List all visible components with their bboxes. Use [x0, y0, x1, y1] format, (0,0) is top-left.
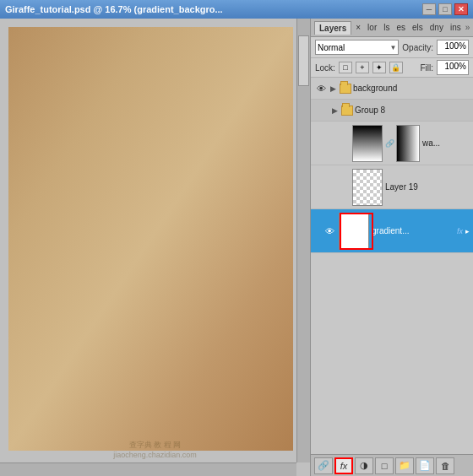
layer-item-gradient[interactable]: 👁 gradient... fx ▸ — [311, 209, 473, 253]
layer-mask-wa — [396, 125, 420, 162]
scroll-thumb-vertical[interactable] — [298, 35, 309, 86]
lock-row: Lock: □ + ✦ 🔒 Fill: 100% — [311, 58, 473, 78]
expand-icon-group8[interactable]: ▶ — [329, 106, 340, 115]
expand-icon-background[interactable]: ▶ — [328, 84, 338, 93]
fill-label: Fill: — [420, 63, 433, 73]
layer-thumb-gradient — [339, 213, 369, 250]
lock-image-button[interactable]: + — [356, 62, 369, 73]
lock-all-button[interactable]: 🔒 — [389, 62, 403, 73]
layer-name-wa: wa... — [422, 138, 470, 148]
layer-thumb-wa — [352, 125, 383, 162]
layer-name-layer19: Layer 19 — [385, 182, 470, 192]
layer-mask-button[interactable]: □ — [375, 457, 394, 474]
maximize-button[interactable]: □ — [438, 3, 452, 15]
tab-els[interactable]: es — [394, 21, 408, 34]
layer-thumb-layer19 — [352, 169, 383, 206]
new-adjustment-button[interactable]: ◑ — [355, 457, 373, 474]
blend-row: Normal ▼ Opacity: 100% — [311, 37, 473, 58]
minimize-button[interactable]: ─ — [422, 3, 436, 15]
right-panel: Layers × lor ls es els dny ins » Normal … — [310, 19, 473, 476]
lock-transparent-button[interactable]: □ — [339, 62, 352, 73]
main-layout: 查字典 教 程 网 jiaocheng.chazidian.com Layers… — [0, 19, 473, 476]
link-layers-button[interactable]: 🔗 — [314, 457, 333, 474]
tab-ins[interactable]: dny — [427, 21, 446, 34]
chevron-down-icon: ▼ — [389, 44, 396, 51]
tab-ls[interactable]: lor — [365, 21, 379, 34]
layers-toolbar: 🔗 fx ◑ □ 📁 📄 🗑 — [311, 454, 473, 476]
expand-arrow-gradient: ▸ — [465, 227, 470, 235]
close-button[interactable]: ✕ — [454, 3, 468, 15]
fill-input[interactable]: 100% — [437, 60, 469, 75]
opacity-label: Opacity: — [402, 43, 433, 52]
new-layer-button[interactable]: 📄 — [416, 457, 434, 474]
panel-close-button[interactable]: » — [465, 23, 470, 32]
opacity-input[interactable]: 100% — [437, 40, 469, 55]
blend-mode-value: Normal — [318, 43, 345, 52]
fx-button[interactable]: fx — [334, 457, 353, 474]
vertical-scrollbar[interactable] — [296, 19, 310, 462]
delete-layer-button[interactable]: 🗑 — [436, 457, 454, 474]
tab-dny[interactable]: els — [410, 21, 426, 34]
layer-list[interactable]: 👁 ▶ background ▶ Group 8 👁 — [311, 78, 473, 454]
blend-mode-select[interactable]: Normal ▼ — [315, 40, 399, 55]
title-bar: Giraffe_tutorial.psd @ 16.7% (gradient_b… — [0, 0, 473, 19]
tab-extra[interactable]: ins — [448, 21, 464, 34]
window-controls: ─ □ ✕ — [422, 3, 468, 15]
tab-es[interactable]: ls — [381, 21, 392, 34]
layer-name-gradient: gradient... — [372, 226, 454, 235]
tab-lor[interactable]: × — [353, 21, 363, 34]
fx-badge-gradient: fx — [457, 227, 463, 235]
group8-header[interactable]: ▶ Group 8 — [311, 100, 473, 122]
canvas-area[interactable]: 查字典 教 程 网 jiaocheng.chazidian.com — [0, 19, 310, 476]
window-title: Giraffe_tutorial.psd @ 16.7% (gradient_b… — [5, 4, 422, 14]
canvas-content — [8, 27, 293, 451]
lock-position-button[interactable]: ✦ — [372, 62, 386, 73]
background-group-name: background — [353, 84, 470, 93]
lock-label: Lock: — [315, 63, 335, 73]
watermark: 查字典 教 程 网 jiaocheng.chazidian.com — [113, 440, 197, 459]
panel-tabs: Layers × lor ls es els dny ins » — [311, 19, 473, 37]
new-group-button[interactable]: 📁 — [395, 457, 414, 474]
folder-icon-background — [338, 82, 353, 95]
horizontal-scrollbar[interactable] — [0, 462, 296, 476]
layer-item-layer19[interactable]: 👁 Layer 19 — [311, 165, 473, 209]
eye-icon-background[interactable]: 👁 — [314, 82, 328, 95]
folder-icon-group8 — [340, 104, 355, 117]
link-icon-wa: 🔗 — [385, 139, 394, 148]
background-group-header[interactable]: 👁 ▶ background — [311, 78, 473, 100]
layer-item-wa[interactable]: 👁 🔗 wa... — [311, 122, 473, 165]
group8-name: Group 8 — [355, 105, 470, 115]
eye-icon-gradient[interactable]: 👁 — [323, 224, 336, 238]
tab-layers[interactable]: Layers — [314, 21, 351, 35]
